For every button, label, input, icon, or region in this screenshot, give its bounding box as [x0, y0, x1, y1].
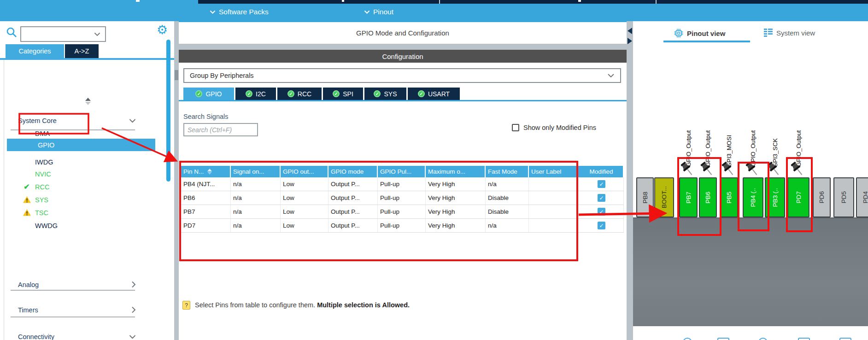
chip-pin-pb7[interactable]: PB7 [679, 177, 698, 217]
sidebar-item-wwdg[interactable]: WWDG [4, 219, 170, 232]
table-cell[interactable]: Pull-up [378, 191, 426, 205]
table-cell[interactable] [529, 205, 577, 218]
chip-pin-pd4[interactable]: PD4 [856, 177, 868, 217]
table-cell[interactable]: Low [281, 191, 328, 205]
spin-up-icon[interactable] [85, 98, 91, 101]
table-cell[interactable]: Pull-up [378, 177, 426, 191]
table-cell[interactable]: Low [281, 205, 328, 218]
collapse-right-icon[interactable] [628, 38, 632, 44]
chip-pin-pb8[interactable]: PB8 [636, 177, 654, 217]
modified-checkbox[interactable]: ✓ [598, 222, 605, 229]
chip-pin-pd6[interactable]: PD6 [813, 177, 831, 217]
sidebar-item-iwdg[interactable]: IWDG [4, 156, 170, 168]
chip-body[interactable] [633, 217, 868, 326]
tab-a-to-z[interactable]: A->Z [65, 44, 99, 58]
tree-scroll-spinner[interactable] [85, 98, 91, 105]
pinout-menu[interactable]: Pinout [364, 8, 393, 16]
table-cell[interactable]: PB4 (NJT... [181, 177, 231, 191]
table-cell[interactable]: Low [281, 219, 328, 232]
layout-reset-icon[interactable] [839, 338, 851, 340]
zoom-in-icon[interactable] [758, 338, 768, 340]
column-header-user-label[interactable]: User Label [529, 166, 577, 177]
table-cell[interactable]: Disable [486, 191, 529, 205]
zoom-out-icon[interactable] [683, 338, 692, 340]
table-cell[interactable]: Very High [426, 219, 486, 232]
sidebar-item-nvic[interactable]: NVIC [4, 168, 170, 180]
table-cell[interactable]: Pull-up [378, 219, 426, 232]
peripheral-tab-spi[interactable]: ✓SPI [323, 88, 363, 100]
modified-checkbox[interactable]: ✓ [598, 194, 605, 202]
peripheral-tab-i2c[interactable]: ✓I2C [235, 88, 276, 100]
gear-icon[interactable]: ⚙ [157, 24, 168, 36]
rotate-view-icon[interactable] [798, 338, 810, 340]
spin-down-icon[interactable] [85, 102, 91, 105]
modified-checkbox[interactable]: ✓ [598, 208, 605, 216]
table-cell[interactable] [529, 191, 577, 205]
column-header-signal-on[interactable]: Signal on... [231, 166, 281, 177]
table-cell[interactable]: n/a [486, 177, 529, 191]
column-header-pin-n[interactable]: Pin N... [181, 166, 231, 177]
table-cell[interactable]: Low [281, 177, 328, 191]
section-system-core[interactable]: System Core [4, 114, 170, 127]
sidebar-item-sys[interactable]: SYS [4, 193, 170, 206]
sidebar-scrollbar[interactable] [166, 40, 170, 182]
column-header-modified[interactable]: Modified [577, 166, 624, 177]
table-cell[interactable]: PD7 [181, 219, 231, 232]
table-cell[interactable]: Output P... [328, 177, 378, 191]
section-analog[interactable]: Analog [4, 278, 170, 291]
sort-icon[interactable] [207, 169, 212, 175]
table-cell[interactable] [529, 177, 577, 191]
table-cell[interactable]: Very High [426, 191, 486, 205]
tab-system-view[interactable]: System view [764, 29, 815, 37]
column-header-maximum-o[interactable]: Maximum o... [426, 166, 486, 177]
section-timers[interactable]: Timers [4, 304, 170, 316]
chip-pin-pb5[interactable]: PB5 [720, 177, 738, 217]
table-cell[interactable]: PB7 [181, 205, 231, 218]
table-row-pd7[interactable]: PD7n/aLowOutput P...Pull-upVery Highn/a✓ [181, 219, 624, 233]
sidebar-item-tsc[interactable]: TSC [4, 206, 170, 219]
sidebar-item-rcc[interactable]: ✔RCC [4, 181, 170, 193]
peripheral-tab-usart[interactable]: ✓USART [408, 88, 460, 100]
chip-pin-pb4[interactable]: PB4 (.. [743, 177, 763, 217]
chip-pin-pd5[interactable]: PD5 [833, 177, 854, 217]
table-cell[interactable]: n/a [231, 177, 281, 191]
sidebar-splitter[interactable] [174, 21, 179, 340]
splitter-handle[interactable] [175, 70, 178, 80]
table-cell[interactable]: Very High [426, 177, 486, 191]
table-cell[interactable]: n/a [486, 219, 529, 232]
peripheral-tab-sys[interactable]: ✓SYS [364, 88, 406, 100]
column-header-gpio-mode[interactable]: GPIO mode [328, 166, 378, 177]
table-cell[interactable]: n/a [231, 219, 281, 232]
table-cell[interactable]: Output P... [328, 205, 378, 218]
chip-pin-boot[interactable]: BOOT... [654, 177, 674, 217]
tab-pinout-view[interactable]: Pinout view [674, 29, 725, 38]
table-cell[interactable]: n/a [231, 205, 281, 218]
table-cell[interactable]: PB6 [181, 191, 231, 205]
show-only-modified-checkbox[interactable] [512, 124, 519, 131]
table-cell[interactable]: Output P... [328, 191, 378, 205]
sidebar-search-combobox[interactable] [20, 26, 106, 42]
signal-search-input[interactable] [183, 123, 258, 136]
column-header-gpio-pul[interactable]: GPIO Pul... [378, 166, 426, 177]
peripheral-tab-gpio[interactable]: ✓GPIO [183, 88, 234, 100]
table-row-pb4-njt[interactable]: PB4 (NJT...n/aLowOutput P...Pull-upVery … [181, 177, 624, 191]
sidebar-item-dma[interactable]: DMA [4, 127, 170, 140]
table-row-pb6[interactable]: PB6n/aLowOutput P...Pull-upVery HighDisa… [181, 191, 624, 205]
group-by-select[interactable]: Group By Peripherals [183, 68, 621, 83]
column-header-fast-mode[interactable]: Fast Mode [486, 166, 529, 177]
table-row-pb7[interactable]: PB7n/aLowOutput P...Pull-upVery HighDisa… [181, 205, 624, 219]
panel-splitter[interactable] [627, 21, 633, 340]
chip-pin-pb6[interactable]: PB6 [699, 177, 717, 217]
best-fit-icon[interactable] [717, 338, 729, 340]
section-connectivity[interactable]: Connectivity [4, 330, 170, 340]
table-cell[interactable]: Output P... [328, 219, 378, 232]
table-cell[interactable]: Pull-up [378, 205, 426, 218]
peripheral-tab-rcc[interactable]: ✓RCC [277, 88, 322, 100]
collapse-left-icon[interactable] [628, 28, 632, 34]
column-header-gpio-out[interactable]: GPIO out... [281, 166, 328, 177]
table-cell[interactable] [529, 219, 577, 232]
modified-checkbox[interactable]: ✓ [598, 180, 605, 188]
table-cell[interactable]: Disable [486, 205, 529, 218]
chip-pin-pb3[interactable]: PB3 (.. [765, 177, 785, 217]
chip-pin-pd7[interactable]: PD7 [787, 177, 809, 217]
